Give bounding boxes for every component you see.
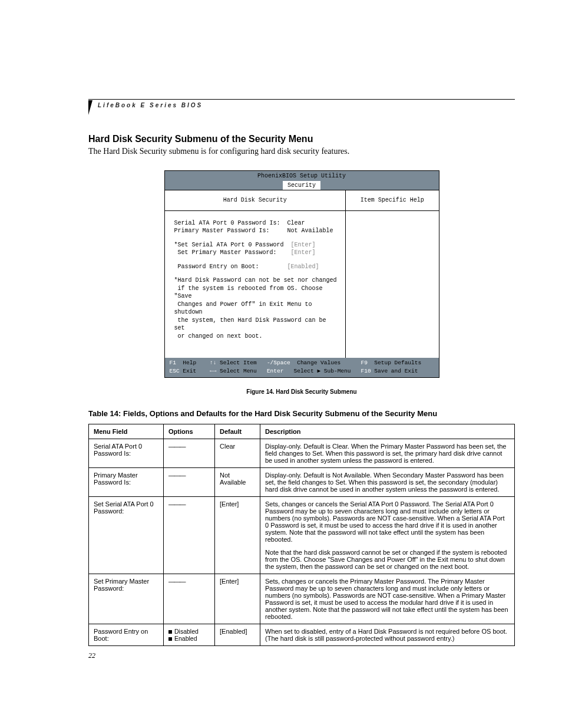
section-intro: The Hard Disk Security submenu is for co… (88, 147, 515, 156)
cell-options: ——— (164, 574, 215, 624)
cell-default: [Enter] (215, 496, 260, 574)
bios-note: *Hard Disk Password can not be set nor c… (174, 276, 339, 340)
cell-menu-field: Primary Master Password Is: (89, 467, 164, 496)
cell-default: Not Available (215, 467, 260, 496)
bios-content: Serial ATA Port 0 Password Is: Clear Pri… (165, 211, 346, 358)
col-description: Description (260, 424, 515, 439)
bios-right-heading: Item Specific Help (346, 190, 438, 211)
bios-tab-security: Security (283, 181, 320, 190)
cell-menu-field: Set Serial ATA Port 0 Password: (89, 496, 164, 574)
corner-mark-icon (88, 100, 92, 115)
page: LifeBook E Series BIOS Hard Disk Securit… (0, 0, 562, 728)
bios-field-sata-status: Serial ATA Port 0 Password Is: Clear (174, 219, 339, 228)
bios-field-boot-entry: Password Entry on Boot: [Enabled] (174, 263, 339, 271)
cell-default: Clear (215, 439, 260, 467)
cell-options: ——— (164, 496, 215, 574)
bios-footer-row-2: ESC Exit ←→ Select Menu Enter Select ▶ S… (170, 368, 434, 375)
cell-options: ——— (164, 467, 215, 496)
table-title: Table 14: Fields, Options and Defaults f… (88, 409, 515, 418)
cell-description: When set to disabled, entry of a Hard Di… (260, 624, 515, 645)
col-menu-field: Menu Field (89, 424, 164, 439)
table-row: Serial ATA Port 0 Password Is:———ClearDi… (89, 439, 515, 467)
table-header-row: Menu Field Options Default Description (89, 424, 515, 439)
bios-left-pane: Hard Disk Security Serial ATA Port 0 Pas… (165, 190, 346, 358)
bios-body: Hard Disk Security Serial ATA Port 0 Pas… (165, 190, 439, 358)
table-row: Set Primary Master Password:———[Enter]Se… (89, 574, 515, 624)
bios-left-heading: Hard Disk Security (165, 190, 346, 211)
bios-field-set-pm: Set Primary Master Password: [Enter] (174, 249, 339, 257)
cell-menu-field: Password Entry on Boot: (89, 624, 164, 645)
cell-default: [Enter] (215, 574, 260, 624)
cell-description: Sets, changes or cancels the Primary Mas… (260, 574, 515, 624)
col-default: Default (215, 424, 260, 439)
table-row: Primary Master Password Is:———Not Availa… (89, 467, 515, 496)
bios-field-pm-status: Primary Master Password Is: Not Availabl… (174, 227, 339, 235)
running-head: LifeBook E Series BIOS (98, 102, 203, 108)
cell-menu-field: Serial ATA Port 0 Password Is: (89, 439, 164, 467)
section-title: Hard Disk Security Submenu of the Securi… (88, 134, 515, 144)
cell-options: ——— (164, 439, 215, 467)
fields-table: Menu Field Options Default Description S… (88, 424, 515, 646)
bios-title: PhoenixBIOS Setup Utility (165, 171, 439, 181)
table-row: Password Entry on Boot:DisabledEnabled[E… (89, 624, 515, 645)
cell-options: DisabledEnabled (164, 624, 215, 645)
cell-description: Display-only. Default is Not Available. … (260, 467, 515, 496)
header-rule (88, 99, 515, 100)
figure-caption: Figure 14. Hard Disk Security Submenu (88, 388, 515, 395)
col-options: Options (164, 424, 215, 439)
cell-description: Sets, changes or cancels the Serial ATA … (260, 496, 515, 574)
bios-footer: F1 Help ↑↓ Select Item -/Space Change Va… (165, 358, 439, 377)
cell-description: Display-only. Default is Clear. When the… (260, 439, 515, 467)
cell-default: [Enabled] (215, 624, 260, 645)
bios-tab-row: Security (165, 181, 439, 190)
bios-field-set-sata: *Set Serial ATA Port 0 Password [Enter] (174, 241, 339, 249)
bios-help-content (346, 211, 438, 343)
cell-menu-field: Set Primary Master Password: (89, 574, 164, 624)
bios-footer-row-1: F1 Help ↑↓ Select Item -/Space Change Va… (170, 360, 434, 367)
bios-right-pane: Item Specific Help (346, 190, 438, 358)
table-row: Set Serial ATA Port 0 Password:———[Enter… (89, 496, 515, 574)
page-number: 22 (88, 651, 95, 660)
bios-screenshot: PhoenixBIOS Setup Utility Security Hard … (164, 170, 439, 378)
